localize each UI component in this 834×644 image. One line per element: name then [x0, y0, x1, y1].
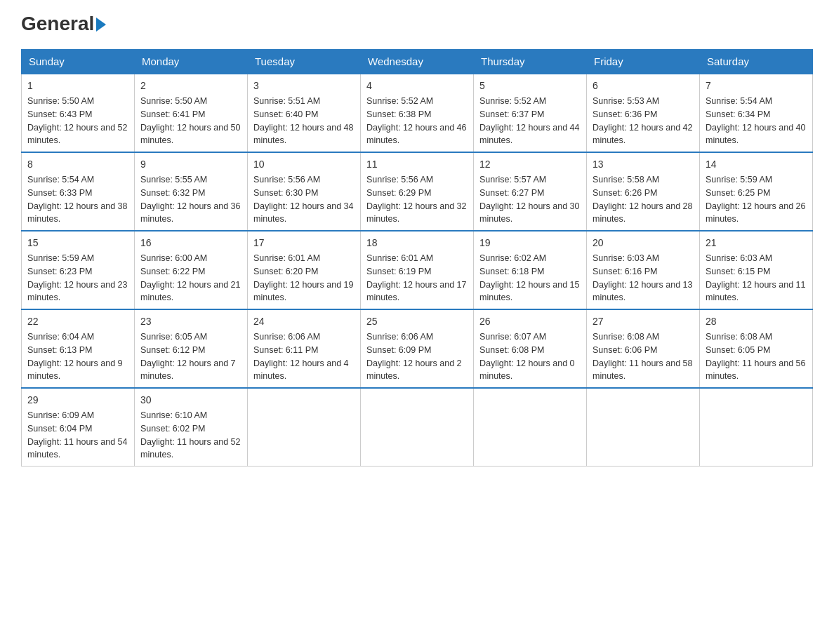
daylight: Daylight: 12 hours and 34 minutes.	[253, 201, 353, 224]
day-number: 11	[366, 157, 468, 172]
daylight: Daylight: 12 hours and 40 minutes.	[706, 123, 805, 146]
sunrise: Sunrise: 5:50 AM	[27, 96, 94, 106]
calendar-cell: 19Sunrise: 6:02 AMSunset: 6:18 PMDayligh…	[474, 231, 587, 309]
day-number: 20	[593, 236, 694, 250]
sunrise: Sunrise: 5:50 AM	[140, 96, 207, 106]
calendar-cell	[700, 388, 813, 467]
calendar-cell: 12Sunrise: 5:57 AMSunset: 6:27 PMDayligh…	[474, 152, 587, 231]
sunset: Sunset: 6:11 PM	[253, 345, 318, 355]
day-number: 5	[479, 79, 581, 93]
sunset: Sunset: 6:40 PM	[253, 109, 318, 119]
sunset: Sunset: 6:33 PM	[27, 188, 92, 198]
day-number: 29	[27, 393, 128, 408]
sunrise: Sunrise: 5:52 AM	[366, 96, 433, 106]
header-sunday: Sunday	[22, 50, 135, 74]
daylight: Daylight: 12 hours and 38 minutes.	[27, 201, 127, 224]
calendar-cell: 10Sunrise: 5:56 AMSunset: 6:30 PMDayligh…	[248, 152, 361, 231]
daylight: Daylight: 11 hours and 58 minutes.	[593, 358, 692, 382]
sunrise: Sunrise: 5:55 AM	[140, 175, 207, 185]
daylight: Daylight: 12 hours and 32 minutes.	[366, 201, 466, 224]
sunrise: Sunrise: 6:01 AM	[366, 253, 433, 263]
sunrise: Sunrise: 6:07 AM	[479, 332, 546, 342]
daylight: Daylight: 11 hours and 52 minutes.	[140, 437, 240, 460]
calendar-cell: 11Sunrise: 5:56 AMSunset: 6:29 PMDayligh…	[361, 152, 474, 231]
day-number: 16	[140, 236, 241, 250]
sunset: Sunset: 6:13 PM	[27, 345, 92, 355]
daylight: Daylight: 12 hours and 52 minutes.	[27, 123, 127, 146]
daylight: Daylight: 12 hours and 0 minutes.	[479, 358, 575, 382]
day-number: 24	[253, 314, 355, 329]
day-number: 4	[366, 79, 468, 93]
daylight: Daylight: 12 hours and 21 minutes.	[140, 280, 240, 303]
calendar-cell: 3Sunrise: 5:51 AMSunset: 6:40 PMDaylight…	[248, 74, 361, 152]
daylight: Daylight: 12 hours and 2 minutes.	[366, 358, 462, 382]
header-friday: Friday	[587, 50, 700, 74]
day-number: 6	[593, 79, 694, 93]
sunrise: Sunrise: 5:56 AM	[253, 175, 320, 185]
daylight: Daylight: 12 hours and 9 minutes.	[27, 358, 123, 382]
calendar-cell: 4Sunrise: 5:52 AMSunset: 6:38 PMDaylight…	[361, 74, 474, 152]
calendar-cell: 16Sunrise: 6:00 AMSunset: 6:22 PMDayligh…	[135, 231, 248, 309]
day-number: 10	[253, 157, 355, 172]
calendar-cell: 23Sunrise: 6:05 AMSunset: 6:12 PMDayligh…	[135, 309, 248, 388]
day-number: 19	[479, 236, 581, 250]
day-number: 8	[27, 157, 128, 172]
day-number: 28	[706, 314, 807, 329]
sunset: Sunset: 6:09 PM	[366, 345, 431, 355]
daylight: Daylight: 12 hours and 50 minutes.	[140, 123, 240, 146]
calendar-cell: 15Sunrise: 5:59 AMSunset: 6:23 PMDayligh…	[22, 231, 135, 309]
day-number: 23	[140, 314, 241, 329]
calendar-header-row: SundayMondayTuesdayWednesdayThursdayFrid…	[22, 50, 813, 74]
calendar-cell	[248, 388, 361, 467]
calendar-cell	[474, 388, 587, 467]
sunset: Sunset: 6:20 PM	[253, 267, 318, 276]
calendar-cell: 29Sunrise: 6:09 AMSunset: 6:04 PMDayligh…	[22, 388, 135, 467]
sunrise: Sunrise: 5:59 AM	[706, 175, 772, 185]
daylight: Daylight: 12 hours and 13 minutes.	[593, 280, 692, 303]
calendar-cell: 17Sunrise: 6:01 AMSunset: 6:20 PMDayligh…	[248, 231, 361, 309]
sunrise: Sunrise: 5:56 AM	[366, 175, 433, 185]
calendar-week-2: 8Sunrise: 5:54 AMSunset: 6:33 PMDaylight…	[22, 152, 813, 231]
daylight: Daylight: 12 hours and 28 minutes.	[593, 201, 692, 224]
sunset: Sunset: 6:06 PM	[593, 345, 657, 355]
sunrise: Sunrise: 5:51 AM	[253, 96, 320, 106]
sunrise: Sunrise: 5:54 AM	[27, 175, 94, 185]
header-thursday: Thursday	[474, 50, 587, 74]
sunset: Sunset: 6:26 PM	[593, 188, 657, 198]
calendar-cell: 24Sunrise: 6:06 AMSunset: 6:11 PMDayligh…	[248, 309, 361, 388]
daylight: Daylight: 11 hours and 54 minutes.	[27, 437, 127, 460]
day-number: 25	[366, 314, 468, 329]
calendar-week-1: 1Sunrise: 5:50 AMSunset: 6:43 PMDaylight…	[22, 74, 813, 152]
calendar-cell: 9Sunrise: 5:55 AMSunset: 6:32 PMDaylight…	[135, 152, 248, 231]
calendar-cell: 25Sunrise: 6:06 AMSunset: 6:09 PMDayligh…	[361, 309, 474, 388]
sunrise: Sunrise: 6:06 AM	[366, 332, 433, 342]
daylight: Daylight: 12 hours and 48 minutes.	[253, 123, 353, 146]
day-number: 21	[706, 236, 807, 250]
sunrise: Sunrise: 5:57 AM	[479, 175, 546, 185]
day-number: 13	[593, 157, 694, 172]
sunrise: Sunrise: 6:09 AM	[27, 410, 94, 420]
day-number: 14	[706, 157, 807, 172]
day-number: 22	[27, 314, 128, 329]
header-wednesday: Wednesday	[361, 50, 474, 74]
calendar-cell: 18Sunrise: 6:01 AMSunset: 6:19 PMDayligh…	[361, 231, 474, 309]
calendar-cell: 14Sunrise: 5:59 AMSunset: 6:25 PMDayligh…	[700, 152, 813, 231]
daylight: Daylight: 12 hours and 26 minutes.	[706, 201, 805, 224]
sunrise: Sunrise: 6:01 AM	[253, 253, 320, 263]
daylight: Daylight: 12 hours and 4 minutes.	[253, 358, 349, 382]
daylight: Daylight: 12 hours and 44 minutes.	[479, 123, 579, 146]
sunrise: Sunrise: 6:00 AM	[140, 253, 207, 263]
daylight: Daylight: 12 hours and 42 minutes.	[593, 123, 692, 146]
calendar-cell: 6Sunrise: 5:53 AMSunset: 6:36 PMDaylight…	[587, 74, 700, 152]
logo: General	[21, 14, 106, 35]
calendar-cell: 7Sunrise: 5:54 AMSunset: 6:34 PMDaylight…	[700, 74, 813, 152]
sunrise: Sunrise: 6:08 AM	[593, 332, 659, 342]
calendar-cell: 1Sunrise: 5:50 AMSunset: 6:43 PMDaylight…	[22, 74, 135, 152]
daylight: Daylight: 12 hours and 30 minutes.	[479, 201, 579, 224]
day-number: 26	[479, 314, 581, 329]
day-number: 17	[253, 236, 355, 250]
daylight: Daylight: 12 hours and 36 minutes.	[140, 201, 240, 224]
calendar-week-5: 29Sunrise: 6:09 AMSunset: 6:04 PMDayligh…	[22, 388, 813, 467]
calendar-cell: 21Sunrise: 6:03 AMSunset: 6:15 PMDayligh…	[700, 231, 813, 309]
calendar-cell: 5Sunrise: 5:52 AMSunset: 6:37 PMDaylight…	[474, 74, 587, 152]
